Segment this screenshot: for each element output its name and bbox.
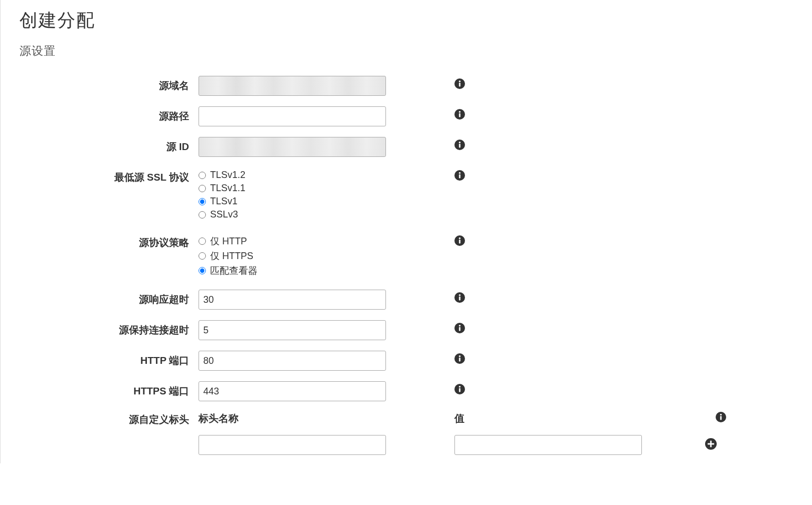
svg-rect-26 xyxy=(459,388,461,392)
radio-tlsv1[interactable]: TLSv1 xyxy=(199,196,386,207)
label-http-port: HTTP 端口 xyxy=(19,351,199,368)
radio-sslv3[interactable]: SSLv3 xyxy=(199,209,386,220)
radio-sslv3-input[interactable] xyxy=(199,211,206,219)
label-custom-headers: 源自定义标头 xyxy=(19,412,199,427)
svg-rect-23 xyxy=(459,358,461,362)
radio-tlsv11-input[interactable] xyxy=(199,185,206,192)
origin-path-input[interactable] xyxy=(199,106,386,126)
row-custom-headers-inputs xyxy=(19,435,793,455)
radio-tlsv12-input[interactable] xyxy=(199,172,206,179)
info-icon[interactable] xyxy=(454,140,466,151)
label-origin-id: 源 ID xyxy=(19,137,199,154)
origin-domain-input[interactable] xyxy=(199,76,386,96)
svg-rect-17 xyxy=(459,296,461,301)
radio-tlsv12[interactable]: TLSv1.2 xyxy=(199,170,386,181)
label-min-ssl: 最低源 SSL 协议 xyxy=(19,167,199,184)
radio-tlsv1-input[interactable] xyxy=(199,198,206,205)
radio-match-viewer[interactable]: 匹配查看器 xyxy=(199,264,386,277)
svg-rect-32 xyxy=(708,443,714,445)
row-keepalive-timeout: 源保持连接超时 xyxy=(19,320,793,340)
svg-point-16 xyxy=(459,294,460,296)
radio-https-only-label: 仅 HTTPS xyxy=(210,250,253,262)
radio-tlsv1-label: TLSv1 xyxy=(210,196,237,207)
radio-match-viewer-input[interactable] xyxy=(199,267,206,274)
svg-point-1 xyxy=(459,81,460,82)
label-keepalive-timeout: 源保持连接超时 xyxy=(19,320,199,337)
svg-point-13 xyxy=(459,237,460,239)
row-custom-headers-labels: 源自定义标头 标头名称 值 xyxy=(19,412,793,427)
label-origin-path: 源路径 xyxy=(19,106,199,123)
label-header-value: 值 xyxy=(454,412,642,425)
label-protocol-policy: 源协议策略 xyxy=(19,233,199,250)
header-name-input[interactable] xyxy=(199,435,386,455)
radio-http-only-input[interactable] xyxy=(199,237,206,245)
radio-https-only[interactable]: 仅 HTTPS xyxy=(199,250,386,262)
svg-point-10 xyxy=(459,172,460,174)
https-port-input[interactable] xyxy=(199,381,386,401)
svg-rect-20 xyxy=(459,327,461,331)
row-response-timeout: 源响应超时 xyxy=(19,290,793,310)
row-protocol-policy: 源协议策略 仅 HTTP 仅 HTTPS 匹配查看器 xyxy=(19,233,793,279)
add-header-icon[interactable] xyxy=(705,438,718,451)
row-origin-id: 源 ID xyxy=(19,137,793,157)
page-title: 创建分配 xyxy=(19,8,793,33)
label-response-timeout: 源响应超时 xyxy=(19,290,199,306)
row-origin-path: 源路径 xyxy=(19,106,793,126)
svg-rect-5 xyxy=(459,113,461,117)
svg-point-22 xyxy=(459,355,460,357)
info-icon[interactable] xyxy=(716,412,727,423)
info-icon[interactable] xyxy=(454,353,466,365)
radio-tlsv11-label: TLSv1.1 xyxy=(210,183,245,194)
row-http-port: HTTP 端口 xyxy=(19,351,793,371)
radio-sslv3-label: SSLv3 xyxy=(210,209,238,220)
svg-rect-11 xyxy=(459,174,461,179)
info-icon[interactable] xyxy=(454,109,466,121)
svg-rect-14 xyxy=(459,240,461,244)
info-icon[interactable] xyxy=(454,170,466,182)
svg-rect-2 xyxy=(459,83,461,87)
svg-point-25 xyxy=(459,386,460,388)
info-icon[interactable] xyxy=(454,323,466,334)
info-icon[interactable] xyxy=(454,235,466,247)
info-icon[interactable] xyxy=(454,292,466,304)
section-title: 源设置 xyxy=(19,43,793,59)
row-https-port: HTTPS 端口 xyxy=(19,381,793,401)
protocol-policy-radio-group: 仅 HTTP 仅 HTTPS 匹配查看器 xyxy=(199,233,386,277)
label-header-name: 标头名称 xyxy=(199,412,386,425)
min-ssl-radio-group: TLSv1.2 TLSv1.1 TLSv1 SSLv3 xyxy=(199,167,386,220)
radio-match-viewer-label: 匹配查看器 xyxy=(210,264,258,277)
radio-https-only-input[interactable] xyxy=(199,252,206,260)
radio-http-only[interactable]: 仅 HTTP xyxy=(199,235,386,247)
svg-point-19 xyxy=(459,325,460,326)
radio-http-only-label: 仅 HTTP xyxy=(210,235,247,247)
svg-point-7 xyxy=(459,142,460,143)
http-port-input[interactable] xyxy=(199,351,386,371)
row-origin-domain: 源域名 xyxy=(19,76,793,96)
radio-tlsv11[interactable]: TLSv1.1 xyxy=(199,183,386,194)
label-origin-domain: 源域名 xyxy=(19,76,199,93)
info-icon[interactable] xyxy=(454,78,466,90)
header-value-input[interactable] xyxy=(454,435,642,455)
svg-rect-8 xyxy=(459,144,461,148)
origin-id-input[interactable] xyxy=(199,137,386,157)
svg-point-4 xyxy=(459,111,460,113)
label-https-port: HTTPS 端口 xyxy=(19,381,199,398)
response-timeout-input[interactable] xyxy=(199,290,386,310)
svg-rect-29 xyxy=(720,416,722,420)
radio-tlsv12-label: TLSv1.2 xyxy=(210,170,245,181)
keepalive-timeout-input[interactable] xyxy=(199,320,386,340)
row-min-ssl: 最低源 SSL 协议 TLSv1.2 TLSv1.1 TLSv1 SSLv3 xyxy=(19,167,793,222)
svg-point-28 xyxy=(720,414,721,415)
info-icon[interactable] xyxy=(454,384,466,395)
